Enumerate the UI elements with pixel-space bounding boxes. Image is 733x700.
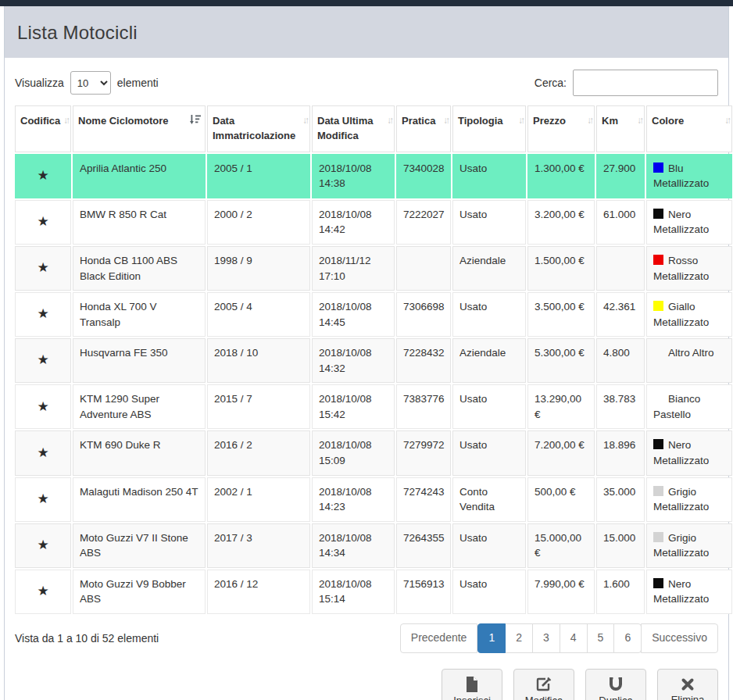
table-row[interactable]: ★Aprilia Atlantic 2502005 / 12018/10/08 … — [15, 154, 732, 198]
results-info: Vista da 1 a 10 di 52 elementi — [15, 632, 159, 645]
cell-colore: Bianco Pastello — [646, 384, 732, 429]
color-swatch — [653, 532, 663, 542]
column-header-prezzo[interactable]: Prezzo ↓↑ — [527, 105, 595, 152]
cell-pratica: 7156913 — [396, 570, 451, 614]
cell-pratica: 7279972 — [396, 430, 451, 475]
color-swatch — [653, 209, 663, 219]
cell-km: 35.000 — [596, 477, 645, 522]
color-swatch — [653, 486, 663, 496]
table-row[interactable]: ★Malaguti Madison 250 4T2002 / 12018/10/… — [15, 477, 732, 522]
cell-colore: Nero Metallizzato — [646, 200, 732, 245]
column-header-pratica[interactable]: Pratica ↓↑ — [396, 105, 451, 152]
pagination: Precedente 123456 Successivo — [400, 623, 718, 653]
file-icon — [465, 677, 479, 692]
pagination-pages: 123456 — [477, 623, 642, 653]
cell-nome: BMW R 850 R Cat — [73, 200, 206, 245]
pagination-page-3[interactable]: 3 — [532, 623, 560, 653]
delete-button[interactable]: Elimina — [657, 669, 718, 700]
color-swatch — [653, 255, 663, 265]
sort-icons: ↓↑ — [443, 114, 448, 127]
duplicate-button[interactable]: Duplica — [585, 669, 646, 700]
cell-nome: Aprilia Atlantic 250 — [73, 154, 206, 198]
cell-km: 15.000 — [596, 523, 645, 568]
table-row[interactable]: ★Moto Guzzi V7 II Stone ABS2017 / 32018/… — [15, 523, 732, 568]
cell-pratica — [396, 246, 451, 291]
table-row[interactable]: ★Husqvarna FE 3502018 / 102018/10/08 14:… — [15, 338, 732, 383]
page-length-select[interactable]: 10 — [70, 71, 111, 95]
column-header-colore[interactable]: Colore ↓↑ — [646, 105, 732, 152]
cell-colore: Rosso Metallizzato — [646, 246, 732, 291]
cell-tipologia: Aziendale — [452, 246, 526, 291]
star-icon: ★ — [37, 445, 48, 460]
cell-modifica: 2018/10/08 15:14 — [312, 570, 395, 614]
cell-immatricolazione: 2016 / 2 — [207, 430, 310, 475]
cell-nome: Malaguti Madison 250 4T — [73, 477, 206, 522]
cell-nome: KTM 690 Duke R — [73, 430, 206, 475]
cell-immatricolazione: 2018 / 10 — [207, 338, 310, 383]
pagination-previous-button[interactable]: Precedente — [400, 623, 478, 653]
cell-codifica: ★ — [15, 430, 71, 475]
cell-codifica: ★ — [15, 200, 71, 245]
column-header-codifica[interactable]: Codifica ↓↑ — [15, 105, 71, 152]
column-header-data-ultima-modifica[interactable]: Data Ultima Modifica ↓↑ — [312, 105, 395, 152]
edit-button[interactable]: Modifica — [513, 669, 574, 700]
color-swatch — [653, 347, 663, 357]
search-control: Cerca: — [535, 70, 718, 96]
cell-immatricolazione: 2000 / 2 — [207, 200, 310, 245]
star-icon: ★ — [37, 352, 48, 367]
table-row[interactable]: ★Honda XL 700 V Transalp2005 / 42018/10/… — [15, 292, 732, 337]
cell-immatricolazione: 2005 / 1 — [207, 154, 310, 198]
pagination-page-5[interactable]: 5 — [587, 623, 615, 653]
cell-km: 27.900 — [596, 154, 645, 198]
color-swatch — [653, 301, 663, 311]
page-length-label-before: Visualizza — [15, 77, 64, 89]
star-icon: ★ — [37, 306, 48, 321]
cell-colore: Altro Altro — [646, 338, 732, 383]
table-row[interactable]: ★Moto Guzzi V9 Bobber ABS2016 / 122018/1… — [15, 570, 732, 614]
table-row[interactable]: ★Honda CB 1100 ABS Black Edition1998 / 9… — [15, 246, 732, 291]
cell-tipologia: Usato — [452, 154, 526, 198]
cell-codifica: ★ — [15, 477, 71, 522]
search-input[interactable] — [573, 70, 718, 96]
cell-pratica: 7222027 — [396, 200, 451, 245]
pagination-page-1[interactable]: 1 — [477, 623, 506, 653]
cell-codifica: ★ — [15, 384, 71, 429]
cell-colore: Nero Metallizzato — [646, 570, 732, 614]
cell-colore: Grigio Metallizzato — [646, 523, 732, 568]
column-header-km[interactable]: Km ↓↑ — [596, 105, 645, 152]
cell-colore: Giallo Metallizzato — [646, 292, 732, 337]
cell-prezzo: 13.290,00 € — [527, 384, 595, 429]
insert-button[interactable]: Inserisci — [442, 669, 502, 700]
cell-tipologia: Usato — [452, 292, 526, 337]
sort-icons: ↓↑ — [302, 114, 307, 127]
column-header-nome-ciclomotore[interactable]: Nome Ciclomotore — [73, 105, 206, 152]
cell-km: 61.000 — [596, 200, 645, 245]
cell-modifica: 2018/10/08 14:32 — [312, 338, 395, 383]
column-header-data-immatricolazione[interactable]: Data Immatricolazione ↓↑ — [207, 105, 310, 152]
table-row[interactable]: ★BMW R 850 R Cat2000 / 22018/10/08 14:42… — [15, 200, 732, 245]
star-icon: ★ — [37, 260, 48, 275]
cell-tipologia: Aziendale — [452, 338, 526, 383]
column-header-tipologia[interactable]: Tipologia ↓↑ — [452, 105, 526, 152]
cell-nome: Honda CB 1100 ABS Black Edition — [73, 246, 206, 291]
cell-prezzo: 3.500,00 € — [527, 292, 595, 337]
star-icon: ★ — [37, 399, 48, 414]
sort-icons: ↓↑ — [637, 114, 642, 127]
motorcycle-list-panel: Lista Motocicli Visualizza 10 elementi C… — [4, 6, 729, 700]
star-icon: ★ — [37, 538, 48, 552]
cell-prezzo: 500,00 € — [527, 477, 595, 522]
table-row[interactable]: ★KTM 690 Duke R2016 / 22018/10/08 15:097… — [15, 430, 732, 475]
sort-icons: ↓↑ — [724, 114, 729, 127]
pagination-page-2[interactable]: 2 — [505, 623, 533, 653]
cell-pratica: 7383776 — [396, 384, 451, 429]
cell-tipologia: Conto Vendita — [452, 477, 526, 522]
table-header-row: Codifica ↓↑ Nome Ciclomotore Data Immatr… — [15, 105, 732, 152]
pagination-page-4[interactable]: 4 — [560, 623, 588, 653]
action-buttons: Inserisci Modifica Duplica Elimina — [15, 669, 718, 700]
table-row[interactable]: ★KTM 1290 Super Adventure ABS2015 / 7201… — [15, 384, 732, 429]
pagination-next-button[interactable]: Successivo — [641, 623, 718, 653]
cell-nome: Husqvarna FE 350 — [73, 338, 206, 383]
pagination-page-6[interactable]: 6 — [613, 623, 642, 653]
search-label: Cerca: — [535, 77, 567, 89]
cell-immatricolazione: 2017 / 3 — [207, 523, 310, 568]
